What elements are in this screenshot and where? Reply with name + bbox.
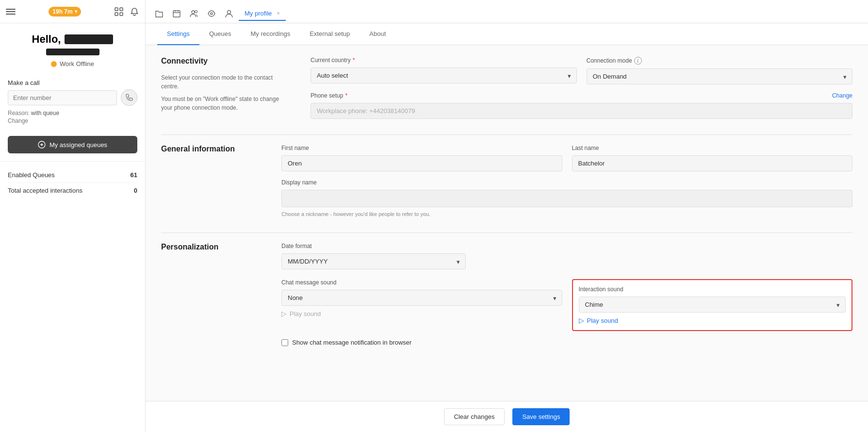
interaction-play-icon: ▷: [579, 316, 584, 324]
phone-change-button[interactable]: Change: [832, 92, 852, 99]
show-notification-label: Show chat message notification in browse…: [292, 339, 411, 346]
reason-row: Reason: with queue: [8, 110, 137, 116]
footer-bar: Clear changes Save settings: [146, 401, 868, 432]
person-icon-tab[interactable]: [221, 6, 237, 21]
calendar-icon-tab[interactable]: [169, 6, 184, 21]
show-notification-checkbox[interactable]: [281, 339, 288, 346]
username-block: [65, 34, 113, 44]
display-name-hint: Choose a nickname - however you'd like p…: [281, 211, 852, 217]
phone-required-dot: *: [345, 92, 347, 99]
svg-rect-2: [115, 13, 118, 16]
interaction-sound-label: Interaction sound: [579, 286, 846, 293]
hamburger-icon[interactable]: [6, 7, 16, 17]
phone-input-row: [8, 89, 137, 106]
svg-point-7: [195, 10, 197, 13]
last-name-field: Last name: [572, 145, 853, 171]
svg-point-8: [211, 13, 213, 15]
sidebar-stats: Enabled Queues 61 Total accepted interac…: [0, 161, 145, 204]
profile-tab[interactable]: My profile ×: [239, 7, 286, 21]
connection-mode-info-icon[interactable]: i: [634, 57, 642, 65]
user-subtitle: [46, 49, 99, 55]
chat-play-sound-row: ▷ Play sound: [281, 310, 562, 317]
clear-changes-button[interactable]: Clear changes: [444, 408, 505, 425]
svg-rect-1: [120, 8, 123, 11]
phone-dial-button[interactable]: [121, 89, 137, 106]
section-tabs: Settings Queues My recordings External s…: [146, 23, 868, 45]
sidebar: 19h 7m ▾ Hello,: [0, 0, 146, 432]
tab-about[interactable]: About: [360, 23, 395, 45]
current-country-label: Current country *: [311, 57, 577, 64]
date-format-select-wrapper: MM/DD/YYYY: [281, 253, 466, 269]
show-notification-row: Show chat message notification in browse…: [281, 339, 852, 346]
general-info-title: General information: [161, 145, 258, 153]
first-name-field: First name: [281, 145, 562, 171]
first-name-input[interactable]: [281, 155, 562, 171]
tab-recordings[interactable]: My recordings: [241, 23, 300, 45]
chat-sound-field: Chat message sound None: [281, 279, 562, 306]
last-name-input[interactable]: [572, 155, 853, 171]
general-info-meta: General information: [161, 145, 258, 161]
sound-row: Chat message sound None ▷ Play sound: [281, 279, 852, 331]
connection-mode-label: Connection mode i: [587, 57, 853, 65]
phone-input[interactable]: [8, 90, 117, 105]
change-link[interactable]: Change: [8, 117, 137, 124]
profile-tab-label: My profile: [245, 10, 272, 17]
connectivity-title: Connectivity: [161, 57, 287, 66]
svg-rect-0: [115, 8, 118, 11]
status-dot: [51, 61, 57, 67]
interaction-sound-highlight-box: Interaction sound Chime ▷ Play sound: [572, 279, 853, 331]
folder-icon-tab[interactable]: [151, 6, 167, 21]
work-offline-label: Work Offline: [60, 60, 94, 67]
tab-close-icon[interactable]: ×: [277, 10, 279, 16]
phone-setup-row: Phone setup * Change: [311, 92, 852, 119]
connectivity-top-row: Current country * Auto select Connection…: [311, 57, 852, 84]
personalization-section: Personalization Date format MM/DD/YYYY: [161, 243, 852, 346]
svg-rect-5: [173, 11, 180, 17]
connectivity-desc2: You must be on "Work offline" state to c…: [161, 95, 287, 112]
connectivity-section: Connectivity Select your connection mode…: [161, 57, 852, 119]
bell-icon[interactable]: [130, 7, 139, 17]
stat-label-queues: Enabled Queues: [8, 171, 55, 179]
display-name-input[interactable]: [281, 190, 852, 207]
main-content: My profile × Settings Queues My recordin…: [146, 0, 868, 432]
phone-setup-input[interactable]: [311, 103, 852, 119]
header-icons: [114, 7, 139, 17]
chat-sound-select[interactable]: None: [281, 290, 562, 306]
connection-mode-select[interactable]: On Demand: [587, 68, 853, 84]
display-name-label: Display name: [281, 179, 852, 186]
chat-play-icon: ▷: [281, 310, 287, 317]
connectivity-desc1: Select your connection mode to the conta…: [161, 73, 287, 91]
phone-setup-label: Phone setup *: [311, 92, 347, 99]
make-call-section: Make a call Reason: with queue Change: [0, 73, 145, 130]
interaction-play-sound-label[interactable]: Play sound: [587, 317, 618, 324]
interaction-sound-col: Interaction sound Chime ▷ Play sound: [572, 279, 853, 331]
timer-badge[interactable]: 19h 7m ▾: [49, 7, 81, 17]
save-settings-button[interactable]: Save settings: [512, 408, 570, 425]
grid-icon[interactable]: [114, 7, 124, 17]
svg-rect-3: [120, 13, 123, 16]
hello-greeting: Hello,: [32, 33, 114, 46]
tab-queues[interactable]: Queues: [199, 23, 241, 45]
assigned-queues-button[interactable]: My assigned queues: [8, 136, 137, 153]
last-name-label: Last name: [572, 145, 853, 151]
timer-value: 19h 7m: [52, 8, 72, 15]
tab-settings[interactable]: Settings: [157, 23, 199, 45]
people-icon-tab[interactable]: [186, 6, 202, 21]
date-format-select[interactable]: MM/DD/YYYY: [281, 253, 466, 269]
stat-row-queues: Enabled Queues 61: [8, 167, 137, 183]
stat-value-interactions: 0: [134, 187, 137, 194]
tab-external[interactable]: External setup: [300, 23, 360, 45]
connectivity-fields: Current country * Auto select Connection…: [311, 57, 852, 119]
connection-mode-select-wrapper: On Demand: [587, 68, 853, 84]
name-row: First name Last name: [281, 145, 852, 171]
current-country-field: Current country * Auto select: [311, 57, 577, 84]
eye-icon-tab[interactable]: [204, 6, 219, 21]
display-name-field: Display name Choose a nickname - however…: [281, 179, 852, 217]
date-format-field: Date format MM/DD/YYYY: [281, 243, 466, 269]
personalization-meta: Personalization: [161, 243, 258, 259]
current-country-select[interactable]: Auto select: [311, 67, 577, 83]
interaction-sound-select[interactable]: Chime: [579, 297, 846, 313]
divider-1: [161, 134, 852, 135]
svg-point-9: [228, 10, 231, 14]
date-format-label: Date format: [281, 243, 466, 249]
